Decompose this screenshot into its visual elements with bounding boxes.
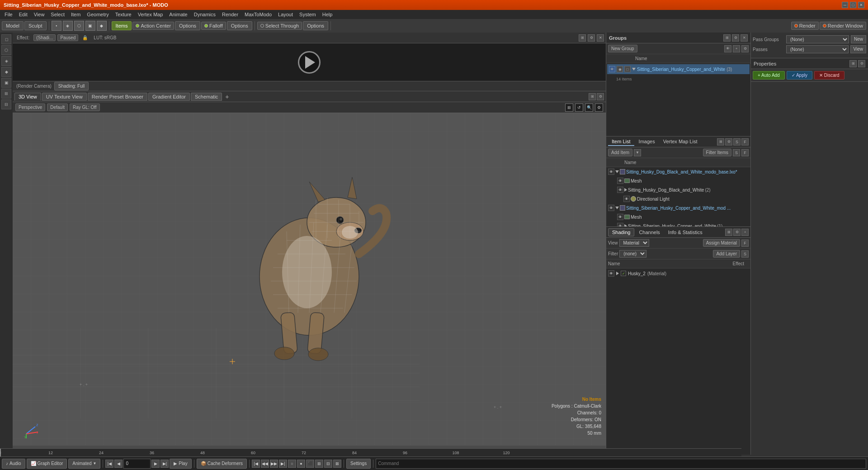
il-eye-scene1[interactable]: 👁 [608,169,614,175]
add-item-dropdown[interactable]: ▼ [634,149,641,156]
new-pass-button[interactable]: New [851,35,866,43]
tool-1[interactable]: ◻ [1,34,11,44]
groups-close-icon[interactable]: ✕ [741,34,748,42]
shading-label[interactable]: Shading: Full [54,82,89,90]
il-eye-mesh1[interactable]: 👁 [617,178,623,184]
pb-icon-9[interactable]: ⊟ [324,460,332,468]
shading-expand-icon[interactable]: ⊞ [725,229,732,236]
mode-icon-4[interactable]: ▣ [85,21,95,31]
tab-gradient-editor[interactable]: Gradient Editor [148,93,190,101]
groups-row-eye[interactable]: 👁 [609,66,615,72]
add-item-button[interactable]: Add Item [608,149,632,156]
properties-settings-icon[interactable]: ⚙ [858,60,865,67]
groups-expand-icon[interactable]: ⊞ [723,34,731,42]
menu-geometry[interactable]: Geometry [84,11,111,18]
options-3-button[interactable]: Options [303,21,328,30]
pb-icon-7[interactable]: ⬛ [306,460,314,468]
groups-add-icon[interactable]: + [733,45,740,52]
il-row-group1[interactable]: 👁 Sitting_Husky_Dog_Black_and_White (2) [606,185,750,194]
timeline-close-icon[interactable]: ✕ [597,34,604,42]
il-tri-group1[interactable] [624,188,627,192]
command-input-area[interactable]: Command [376,459,866,469]
select-through-button[interactable]: Select Through [257,22,302,30]
il-row-scene1[interactable]: 👁 Sitting_Husky_Dog_Black_and_White_modo… [606,167,750,176]
sh-row-husky2[interactable]: 👁 ✓ Husky_2 (Material) [606,268,750,278]
menu-vertex-map[interactable]: Vertex Map [135,11,166,18]
perspective-button[interactable]: Perspective [15,103,45,111]
vp-settings-icon[interactable]: ⚙ [595,103,603,112]
tool-6[interactable]: ⊞ [1,89,11,99]
il-row-group2[interactable]: 👁 Sitting_Siberian_Husky_Copper_and_Whit… [606,221,750,226]
viewport-expand-icon[interactable]: ⊞ [589,93,596,100]
auto-add-button[interactable]: + Auto Add [753,71,785,80]
menu-help[interactable]: Help [320,11,335,18]
mode-icon-3[interactable]: ⬡ [74,21,84,31]
pb-icon-3[interactable]: ▶▶ [270,460,278,468]
item-list-expand-icon[interactable]: ⊞ [717,138,724,146]
groups-gear-icon[interactable]: ⚙ [741,45,749,52]
settings-button[interactable]: Settings [346,459,371,469]
close-button[interactable]: ✕ [858,2,864,8]
falloff-button[interactable]: Falloff [201,22,226,30]
pass-groups-dropdown[interactable]: (None) [786,35,849,43]
new-group-button[interactable]: New Group [608,45,637,52]
groups-row-husky[interactable]: 👁 ◉ □ Sitting_Siberian_Husky_Copper_and_… [607,64,750,74]
mode-icon-2[interactable]: ◈ [63,21,73,31]
assign-material-button[interactable]: Assign Material [703,239,740,247]
sh-eye[interactable]: 👁 [608,270,614,277]
passes-dropdown[interactable]: (None) [786,45,849,53]
pb-icon-2[interactable]: ◀◀ [261,460,269,468]
default-button[interactable]: Default [47,103,68,111]
tab-3d-view[interactable]: 3D View [14,93,41,101]
options-2-button[interactable]: Options [227,21,252,30]
paused-button[interactable]: Paused [57,34,78,41]
graph-editor-button[interactable]: 📈 Graph Editor [27,459,67,469]
animated-button[interactable]: Animated ▼ [68,459,100,469]
shading-S-button[interactable]: S [741,250,749,258]
tab-images[interactable]: Images [635,138,659,146]
tab-schematic[interactable]: Schematic [191,93,222,101]
menu-dynamics[interactable]: Dynamics [191,11,218,18]
tab-vertex-map-list[interactable]: Vertex Map List [660,138,701,146]
filter-F-button[interactable]: F [741,149,749,156]
menu-animate[interactable]: Animate [166,11,190,18]
model-button[interactable]: Model [2,21,24,30]
tool-4[interactable]: ◆ [1,67,11,77]
menu-view[interactable]: View [31,11,47,18]
view-pass-button[interactable]: View [850,45,867,53]
filter-dropdown[interactable]: (none) [619,250,646,258]
audio-button[interactable]: ♪ Audio [2,459,25,469]
options-1-button[interactable]: Options [175,21,200,30]
menu-layout[interactable]: Layout [275,11,296,18]
sh-tri[interactable] [616,272,619,275]
menu-edit[interactable]: Edit [16,11,30,18]
il-row-mesh1[interactable]: 👁 Mesh [606,176,750,185]
menu-item[interactable]: Item [68,11,83,18]
filter-items-button[interactable]: Filter Items [703,149,731,156]
pb-icon-8[interactable]: ⊞ [315,460,323,468]
tool-7[interactable]: ⊟ [1,99,11,109]
next-frame-button[interactable]: ▶| [160,460,169,468]
shading-F-button[interactable]: F [741,240,749,247]
play-button[interactable] [298,51,321,74]
il-eye-group1[interactable]: 👁 [617,187,623,193]
il-row-light1[interactable]: 👁 Directional Light [606,194,750,203]
vp-zoom-icon[interactable]: 🔍 [585,103,593,112]
il-eye-group2[interactable]: 👁 [617,223,623,226]
tab-item-list[interactable]: Item List [608,138,634,146]
tool-3[interactable]: ◈ [1,56,11,66]
filter-S-button[interactable]: S [733,149,740,156]
timeline-expand-icon[interactable]: ⊞ [579,34,586,42]
play-button-sb[interactable]: ▶ [151,460,160,468]
go-start-button[interactable]: |◀ [105,460,113,468]
tool-5[interactable]: ▣ [1,78,11,88]
menu-system[interactable]: System [297,11,319,18]
add-layer-button[interactable]: Add Layer [713,250,740,258]
groups-settings-icon[interactable]: ⚙ [732,34,739,42]
maximize-button[interactable]: □ [850,2,856,8]
apply-button[interactable]: ✓ Apply [787,71,812,80]
groups-expand-triangle[interactable] [632,68,636,70]
vp-orbit-icon[interactable]: ↺ [575,103,583,112]
groups-eye-icon[interactable]: 👁 [724,45,731,52]
tab-channels[interactable]: Channels [635,229,663,236]
